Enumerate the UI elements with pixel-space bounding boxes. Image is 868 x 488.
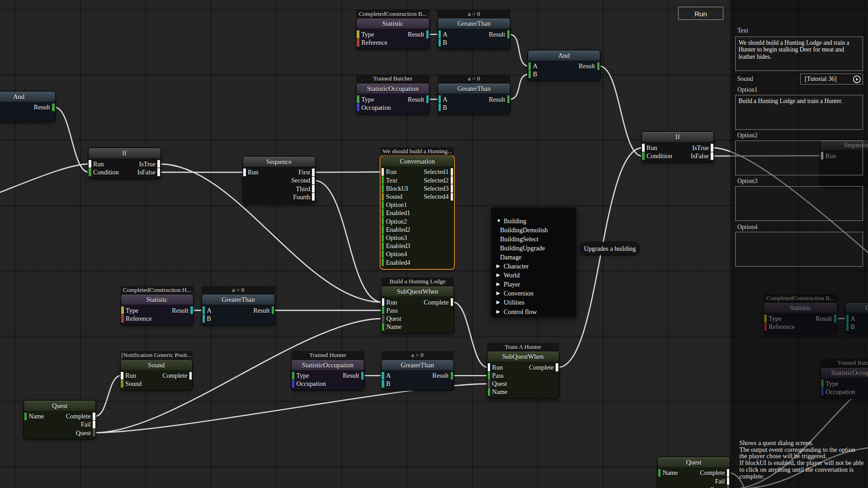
option3-field[interactable] [735,186,863,221]
pin-input-text[interactable] [382,176,384,184]
node-greaterthan-4[interactable]: a > 0GreaterThanAResultB [382,360,454,390]
node-if-1[interactable]: IfRunIsTrueConditionIsFalse [89,148,160,178]
pin-output-complete[interactable] [556,363,558,371]
pin-output-result[interactable] [361,372,364,380]
node-if-2[interactable]: IfRunIsTrueConditionIsFalse [642,132,714,162]
pin-input-b[interactable] [439,39,441,47]
pin-output-result[interactable] [507,95,510,103]
pin-output-result[interactable] [507,30,510,38]
pin-output-third[interactable] [312,185,315,192]
pin-output-istrue[interactable] [157,160,160,168]
pin-input-pass[interactable] [488,372,491,380]
pin-output-fail[interactable] [93,421,95,428]
pin-output-result[interactable] [190,306,193,314]
node-and-2[interactable]: AndAResultB [528,51,600,81]
pin-output-second[interactable] [312,177,315,184]
pin-output-selected1[interactable] [451,168,453,176]
node-subquestwhen-1[interactable]: Build a Hunting LodgeSubQuestWhenRunComp… [382,286,453,333]
pin-input-blockui[interactable] [382,184,384,192]
pin-output-fail[interactable] [727,477,730,485]
pin-output-result[interactable] [272,306,274,314]
pin-input-occupation[interactable] [292,380,295,388]
pin-output-complete[interactable] [451,298,453,306]
node-and-1[interactable]: AndAResultB [0,92,55,122]
pin-input-type[interactable] [292,372,295,380]
pin-input-option3[interactable] [382,234,384,242]
pin-output-result[interactable] [52,103,55,111]
menu-item-buildingselect[interactable]: BuildingSelect [491,235,576,244]
menu-item-player[interactable]: ▶Player [491,280,576,289]
menu-item-world[interactable]: ▶World [491,271,576,280]
pin-input-pass[interactable] [382,306,385,314]
run-button[interactable]: Run [678,7,723,20]
pin-input-run[interactable] [382,298,385,306]
pin-input-enabled4[interactable] [382,258,384,266]
pin-input-quest[interactable] [382,315,385,323]
pin-input-b[interactable] [528,70,531,78]
node-greaterthan-3[interactable]: a > 0GreaterThanAResultB [202,295,274,325]
play-sound-icon[interactable] [853,75,861,84]
node-quest-2[interactable]: QuestNameCompleteFailQuest [658,457,730,488]
pin-input-enabled2[interactable] [382,225,384,233]
pin-output-complete[interactable] [93,413,95,420]
pin-input-quest[interactable] [488,380,491,388]
pin-input-a[interactable] [382,372,384,380]
menu-item-control-flow[interactable]: ▶Control flow [491,307,576,316]
pin-input-b[interactable] [382,380,384,388]
node-quest-1[interactable]: QuestNameCompleteFailQuest [24,401,95,439]
pin-input-option1[interactable] [382,201,384,209]
node-sound-1[interactable]: [Notification Generic Posit...SoundRunCo… [121,360,192,390]
node-sequence-1[interactable]: SequenceRunFirstSecondThirdFourth [243,157,315,203]
pin-output-isfalse[interactable] [711,152,713,160]
node-greaterthan-1[interactable]: a > 0GreaterThanAResultB [438,19,510,49]
pin-input-enabled3[interactable] [382,242,384,250]
node-conversation-1[interactable]: We should build a Hunting...Conversation… [381,156,453,269]
pin-input-type[interactable] [357,95,359,103]
pin-input-sound[interactable] [121,380,123,388]
node-greaterthan-2[interactable]: a > 0GreaterThanAResultB [438,84,510,114]
node-subquestwhen-2[interactable]: Train A HunterSubQuestWhenRunCompletePas… [487,352,559,398]
pin-input-option4[interactable] [382,250,384,258]
node-statisticoccupation-1[interactable]: Trained ButcherStatisticOccupationTypeRe… [357,84,429,114]
pin-input-run[interactable] [642,144,645,151]
pin-input-reference[interactable] [357,39,359,47]
pin-input-a[interactable] [439,30,441,38]
option1-field[interactable]: Build a Hunting Lodge and train a Hunter… [735,95,863,130]
menu-item-building[interactable]: ▼Building [491,216,576,225]
pin-output-fourth[interactable] [312,193,315,201]
pin-output-isfalse[interactable] [157,168,160,176]
pin-output-quest[interactable] [93,429,95,436]
pin-input-reference[interactable] [121,314,124,322]
text-field[interactable]: We should build a Hunting Lodge and trai… [735,37,863,71]
pin-input-a[interactable] [439,95,441,103]
pin-input-enabled1[interactable] [382,209,384,217]
pin-output-result[interactable] [426,95,429,103]
node-statistic-1[interactable]: CompletedConstruction B...StatisticTypeR… [357,19,429,49]
pin-input-run[interactable] [488,363,491,371]
pin-input-run[interactable] [121,372,123,380]
pin-output-result[interactable] [451,372,453,380]
pin-output-result[interactable] [597,62,600,70]
pin-input-run[interactable] [243,169,246,176]
pin-output-selected4[interactable] [451,193,453,201]
pin-output-selected3[interactable] [451,184,453,192]
pin-output-result[interactable] [426,30,429,38]
pin-output-complete[interactable] [189,372,192,380]
pin-input-b[interactable] [203,314,205,322]
node-statisticoccupation-2[interactable]: Trained HunterStatisticOccupationTypeRes… [292,360,364,390]
pin-input-type[interactable] [121,306,124,314]
pin-input-b[interactable] [439,103,441,111]
pin-input-sound[interactable] [382,193,384,201]
pin-output-istrue[interactable] [711,144,713,151]
pin-input-name[interactable] [382,323,385,331]
pin-input-name[interactable] [658,469,661,477]
sound-select[interactable]: [Tutorial 36] [800,74,863,84]
pin-input-name[interactable] [488,388,491,396]
pin-output-first[interactable] [312,169,315,176]
pin-input-occupation[interactable] [357,103,359,111]
menu-item-damage[interactable]: Damage [491,253,576,262]
option2-field[interactable] [735,141,863,175]
node-statistic-2[interactable]: CompletedConstruction H...StatisticTypeR… [121,295,193,325]
pin-output-selected2[interactable] [451,176,453,184]
pin-input-name[interactable] [24,413,27,420]
